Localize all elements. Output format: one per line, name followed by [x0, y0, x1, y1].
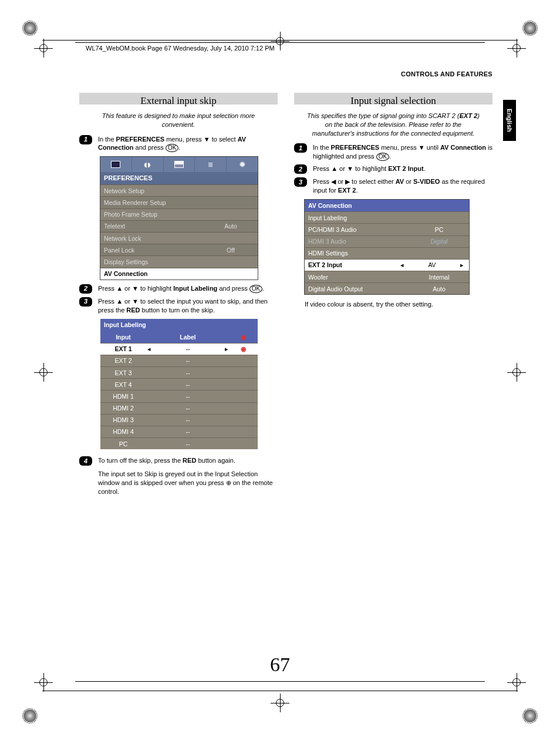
tab-apps-icon: ≣ [195, 157, 227, 172]
red-dot-icon: ◉ [230, 331, 258, 343]
preferences-menu: ◖◗ ≣ ✹ PREFERENCES Network SetupMedia Re… [100, 157, 258, 279]
registration-mark-icon [511, 366, 522, 378]
section-title: Input signal selection [294, 95, 492, 108]
menu-header: PREFERENCES [100, 172, 258, 184]
menu-row: Network Lock [100, 232, 258, 244]
tab-setup-icon [164, 157, 195, 172]
step-text: In the PREFERENCES menu, press ▼ until A… [313, 143, 492, 161]
rule-line [42, 691, 518, 691]
menu-row: Digital Audio OutputAuto [305, 282, 469, 294]
menu-row: HDMI 3 AudioDigital [305, 235, 469, 247]
ok-button-icon: OK [166, 144, 178, 152]
menu-row: HDMI Settings [305, 247, 469, 259]
menu-row: Media Renderer Setup [100, 196, 258, 208]
section-intro: This feature is designed to make input s… [90, 112, 267, 129]
table-row: HDMI 3-- [100, 414, 258, 426]
step-text: Press ▲ or ▼ to highlight EXT 2 Input. [313, 164, 492, 174]
registration-mark-icon [511, 676, 522, 688]
input-select-icon: ⊕ [226, 479, 231, 486]
tab-picture-icon [100, 157, 132, 172]
step-text: In the PREFERENCES menu, press ▼ to sele… [98, 135, 278, 153]
step-number-icon: 1 [79, 135, 92, 144]
step-text: Press ▲ or ▼ to highlight Input Labeling… [98, 284, 278, 294]
menu-row: WooferInternal [305, 271, 469, 282]
step-number-icon: 1 [294, 143, 307, 153]
page-number: 67 [0, 654, 560, 676]
table-row: HDMI 4-- [100, 426, 258, 437]
step-number-icon: 2 [79, 284, 92, 294]
table-row: EXT 4-- [100, 378, 258, 390]
menu-row: Panel LockOff [100, 244, 258, 255]
step-number-icon: 3 [79, 297, 92, 307]
crop-mark-icon [522, 21, 538, 36]
table-row: HDMI 1-- [100, 390, 258, 402]
av-connection-menu: AV Connection Input LabelingPC/HDMI 3 Au… [305, 200, 469, 294]
rule-line [75, 681, 485, 682]
header-metadata: WL74_WebOM.book Page 67 Wednesday, July … [86, 45, 485, 52]
running-head: CONTROLS AND FEATURES [79, 70, 492, 78]
footnote: If video colour is absent, try the other… [305, 300, 492, 309]
step-text: Press ◀ or ▶ to select either AV or S-VI… [313, 177, 492, 195]
table-row: EXT 2-- [100, 355, 258, 366]
step-text: Press ▲ or ▼ to select the input you wan… [98, 297, 278, 315]
table-row: PC-- [100, 437, 258, 449]
menu-row: Input Labeling [305, 211, 469, 223]
table-header-row: Input Label ◉ [100, 331, 258, 343]
registration-mark-icon [38, 366, 49, 378]
step-text: To turn off the skip, press the RED butt… [98, 456, 278, 496]
menu-row: PC/HDMI 3 AudioPC [305, 223, 469, 235]
registration-mark-icon [274, 697, 286, 709]
registration-mark-icon [511, 42, 522, 54]
ok-button-icon: OK [249, 285, 262, 293]
language-tab: English [503, 100, 516, 141]
step-number-icon: 3 [294, 177, 307, 187]
table-title: Input Labeling [100, 319, 258, 331]
crop-mark-icon [522, 708, 538, 723]
crop-mark-icon [22, 708, 38, 723]
ok-button-icon: OK [376, 153, 389, 161]
registration-mark-icon [38, 676, 49, 688]
tab-settings-icon: ✹ [227, 157, 258, 172]
table-row: EXT 3-- [100, 366, 258, 378]
input-labeling-table: Input Labeling Input Label ◉ EXT 1◂▸--◉E… [100, 319, 258, 449]
menu-header: AV Connection [305, 200, 469, 211]
registration-mark-icon [38, 42, 49, 54]
gear-icon: ✹ [239, 159, 246, 170]
menu-row: TeletextAuto [100, 220, 258, 232]
menu-tab-bar: ◖◗ ≣ ✹ [100, 157, 258, 172]
tab-sound-icon: ◖◗ [132, 157, 164, 172]
menu-row: AV Connection [100, 268, 258, 280]
menu-row: Network Setup [100, 184, 258, 196]
menu-row: Photo Frame Setup [100, 208, 258, 220]
step-number-icon: 4 [79, 456, 92, 466]
crop-mark-icon [22, 21, 38, 36]
menu-row: Display Settings [100, 255, 258, 267]
step-number-icon: 2 [294, 164, 307, 174]
table-row: EXT 1◂▸--◉ [100, 343, 258, 355]
section-intro: This specifies the type of signal going … [305, 112, 482, 138]
table-row: HDMI 2-- [100, 402, 258, 414]
section-title: External input skip [79, 95, 278, 108]
menu-row: EXT 2 Input◂AV▸ [305, 259, 469, 271]
